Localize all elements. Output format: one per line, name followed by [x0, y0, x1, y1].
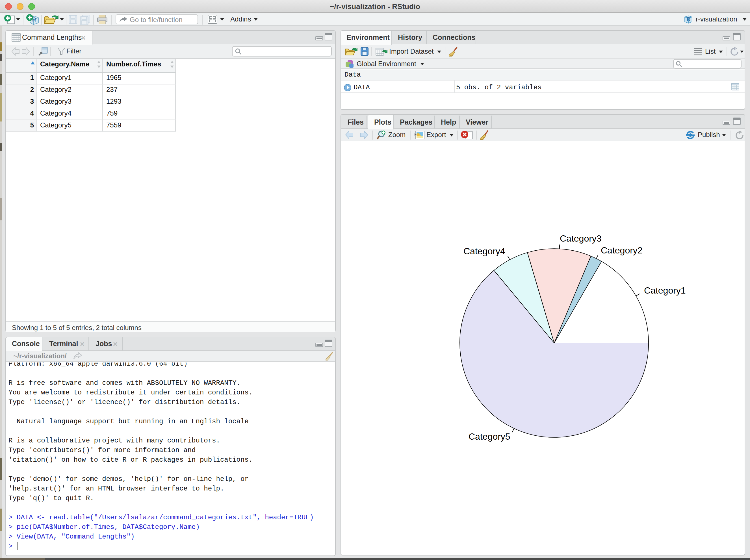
svg-text:Category1: Category1 [644, 285, 686, 296]
svg-text:Category3: Category3 [560, 233, 601, 243]
svg-text:R: R [687, 16, 690, 22]
svg-text:Category5: Category5 [469, 432, 510, 442]
svg-text:Category2: Category2 [601, 245, 643, 255]
svg-text:Category4: Category4 [463, 246, 505, 256]
